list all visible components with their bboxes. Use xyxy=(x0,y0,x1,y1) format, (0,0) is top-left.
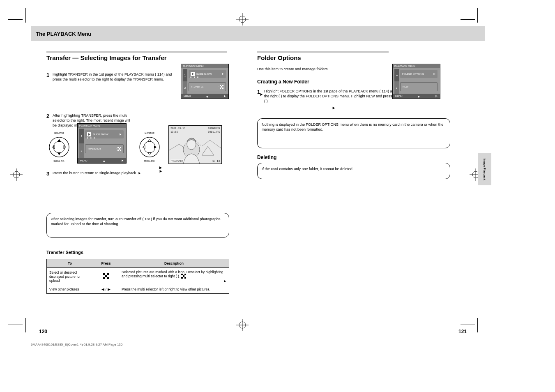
svg-marker-62 xyxy=(435,95,437,97)
r2-to: View other pictures xyxy=(47,285,93,294)
info-box-one-folder-text: If the card contains only one folder, it… xyxy=(262,167,353,171)
menu-footer-r: MENU ◆ xyxy=(393,94,440,99)
menu-row-new: NEW xyxy=(400,82,438,91)
menu-row-transfer-label: TRANSFER xyxy=(191,85,217,88)
transfer-icon xyxy=(220,85,223,89)
triangle-right-icon xyxy=(332,106,335,110)
section-title-folder: Folder Options xyxy=(257,54,301,61)
transfer-icon xyxy=(181,274,186,279)
step-1-number: 1 xyxy=(46,72,49,78)
screen-time: 13:55 xyxy=(170,130,178,133)
chevron-right-icon xyxy=(223,95,226,97)
down-arrow-icon xyxy=(58,152,61,155)
svg-rect-48 xyxy=(103,273,105,275)
svg-marker-59 xyxy=(260,93,263,96)
screen-folder: 100NIKON xyxy=(208,127,220,129)
r2-desc: Press the multi selector left or right t… xyxy=(119,285,229,294)
registration-mark-bottom xyxy=(236,319,249,331)
menu-header-2-text: PLAYBACK MENU xyxy=(79,125,100,127)
svg-rect-51 xyxy=(103,277,105,279)
svg-rect-33 xyxy=(117,150,119,151)
sub-creating-folder: Creating a New Folder xyxy=(257,79,309,85)
playback-screen-thumb: 2001.09.15 13:55 100NIKON 0001.JPG TRANS… xyxy=(168,125,222,164)
svg-rect-18 xyxy=(222,85,223,86)
play-triangle-icon xyxy=(159,170,162,173)
menu-footer-2: MENU ◆ xyxy=(78,158,126,163)
page-number-right: 121 xyxy=(458,329,467,334)
svg-marker-35 xyxy=(122,160,123,162)
info-box-transfer-off: After selecting images for transfer, tur… xyxy=(46,213,229,238)
registration-mark-left xyxy=(10,168,23,181)
menu-row-transfer-2-label: TRANSFER xyxy=(88,148,115,150)
screen-file: 0001.JPG xyxy=(208,130,220,133)
sub-deleting: Deleting xyxy=(257,154,276,160)
menu-tab-1b: 1 xyxy=(79,129,84,143)
menu-header-r: PLAYBACK MENU xyxy=(393,64,440,68)
svg-rect-55 xyxy=(183,275,184,277)
chevron-right-icon xyxy=(119,133,122,136)
section-divider-b xyxy=(257,51,389,53)
svg-rect-31 xyxy=(120,147,121,148)
updown-icon: ◆ xyxy=(103,159,105,162)
menu-footer-left-r: MENU xyxy=(395,95,403,97)
page-number-left: 120 xyxy=(39,329,47,334)
svg-rect-56 xyxy=(181,277,183,279)
th-desc: Description xyxy=(119,259,229,268)
screen-count: 1/ 13 xyxy=(212,159,220,162)
folder-options-menu-thumb: PLAYBACK MENU 1 2 FOLDER OPTIONS NEW MEN… xyxy=(392,64,440,99)
svg-rect-54 xyxy=(184,274,186,275)
svg-marker-12 xyxy=(139,172,141,175)
triangle-right-icon xyxy=(159,166,162,170)
menu-row-slideshow-label: SLIDE SHOW xyxy=(196,73,221,75)
side-tab: Image Playback xyxy=(478,153,491,185)
r1-press xyxy=(93,268,119,285)
svg-text:SMALL PIC.: SMALL PIC. xyxy=(144,160,155,162)
updown-icon: ◆ xyxy=(206,95,208,98)
menu-tab-r2: 2 xyxy=(394,81,399,94)
chevron-right-icon xyxy=(121,159,124,162)
side-tab-label: Image Playback xyxy=(483,159,486,180)
menu-row-new-label: NEW xyxy=(403,85,435,88)
chevron-right-icon xyxy=(433,73,435,75)
step-3-text: Press the button to return to single-ima… xyxy=(53,171,221,175)
svg-marker-61 xyxy=(433,73,435,75)
menu-row-sub-2: ■ ■ ■ xyxy=(87,136,96,139)
svg-text:MONITOR: MONITOR xyxy=(145,132,154,134)
r1-desc: Selected pictures are marked with a icon… xyxy=(119,268,229,285)
chevron-right-icon xyxy=(435,95,438,97)
section-title-transfer: Transfer — Selecting Images for Transfer xyxy=(46,54,167,61)
dpad-illustration-1: MONITOR SMALL PIC. xyxy=(46,131,72,163)
up-arrow-icon xyxy=(58,139,61,142)
svg-rect-32 xyxy=(119,148,120,150)
menu-header-text: PLAYBACK MENU xyxy=(183,65,204,67)
print-job-label: 6MAA48400101/E885_E(Cover1-4) 01.9.28 9:… xyxy=(31,343,122,346)
registration-mark-top xyxy=(236,13,249,25)
triangle-right-icon xyxy=(138,172,141,175)
transfer-settings-table: To Press Description Select or deselect … xyxy=(46,259,229,294)
screen-date: 2001.09.15 xyxy=(170,127,185,129)
svg-rect-49 xyxy=(107,273,109,275)
menu-tab-1: 1 xyxy=(183,69,187,81)
menu-tab-2: 2 xyxy=(183,81,187,94)
screen-transfer: TRANSFER xyxy=(170,159,184,162)
svg-rect-57 xyxy=(184,277,186,279)
step-2-number: 2 xyxy=(46,113,49,119)
triangle-right-icon xyxy=(260,93,263,96)
svg-marker-29 xyxy=(120,134,121,136)
menu-row-folder-label: FOLDER OPTIONS xyxy=(402,73,433,75)
menu-tab-2b: 2 xyxy=(79,143,84,158)
svg-rect-20 xyxy=(220,88,221,89)
svg-marker-43 xyxy=(159,166,162,169)
play-icon xyxy=(87,132,91,136)
menu-tab-r1: 1 xyxy=(394,69,399,81)
th-to: To xyxy=(47,259,93,268)
dpad-top-label: MONITOR xyxy=(54,132,64,134)
step-3-body: Press the button to return to single-ima… xyxy=(53,171,137,175)
svg-rect-30 xyxy=(117,147,119,148)
svg-rect-17 xyxy=(220,85,221,86)
triangle-right-icon xyxy=(264,94,267,97)
step-1-text: Highlight TRANSFER in the 1st page of th… xyxy=(53,72,178,82)
header-bar: The PLAYBACK Menu xyxy=(31,26,485,41)
dpad-illustration-2: MONITOR SMALL PIC. xyxy=(137,131,162,163)
svg-point-24 xyxy=(53,141,65,153)
